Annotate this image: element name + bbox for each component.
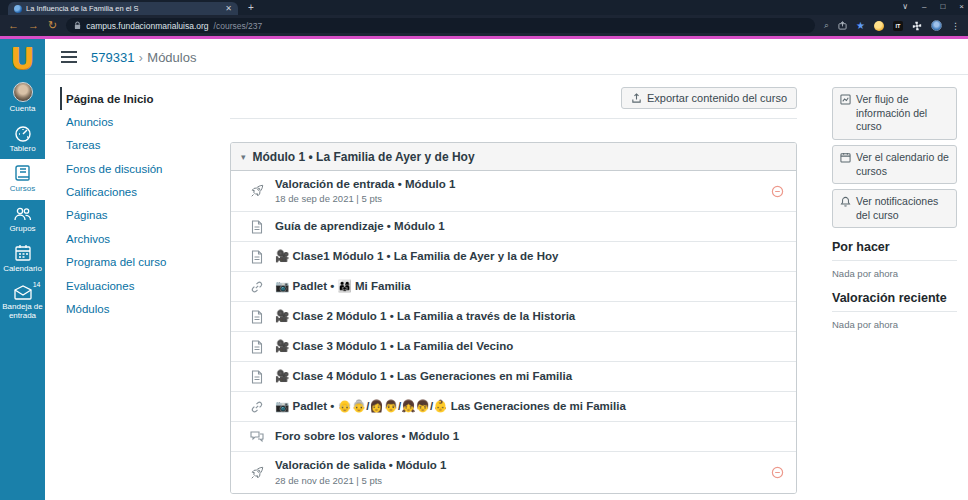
course-nav-discussions[interactable]: Foros de discusión <box>60 157 180 180</box>
address-bar: ← → ↻ campus.fundacionmarialuisa.org/cou… <box>0 15 968 36</box>
sidebar-item-groups[interactable]: Grupos <box>0 200 45 239</box>
sidebar-item-label: Grupos <box>9 224 35 233</box>
page-document-icon <box>249 220 265 234</box>
module-item-title[interactable]: 📷 Padlet • 👨‍👩‍👧 Mi Familia <box>275 280 784 294</box>
close-icon[interactable]: × <box>959 2 964 11</box>
url-input[interactable]: campus.fundacionmarialuisa.org/courses/2… <box>66 18 815 33</box>
course-menu-hamburger-icon[interactable] <box>61 51 77 63</box>
course-nav-grades[interactable]: Calificaciones <box>60 181 180 204</box>
global-nav: U Cuenta Tablero Cursos Grupos <box>0 39 45 500</box>
restricted-icon[interactable] <box>771 185 784 198</box>
button-label: Ver notificaciones del curso <box>856 195 949 222</box>
module-item-title[interactable]: Valoración de entrada • Módulo 1 <box>275 178 761 192</box>
course-nav-syllabus[interactable]: Programa del curso <box>60 251 180 274</box>
sidebar-item-calendar[interactable]: Calendario <box>0 239 45 279</box>
sidebar-item-dashboard[interactable]: Tablero <box>0 119 45 159</box>
view-course-notifications-button[interactable]: Ver notificaciones del curso <box>832 189 957 228</box>
extension-it-icon[interactable]: IT <box>893 21 903 31</box>
sidebar-item-label: Calendario <box>3 264 42 273</box>
extensions-puzzle-icon[interactable] <box>912 21 922 31</box>
module-item-title[interactable]: Valoración de salida • Módulo 1 <box>275 459 761 473</box>
view-course-calendar-button[interactable]: Ver el calendario de cursos <box>832 145 957 184</box>
minimize-icon[interactable]: – <box>922 2 926 11</box>
profile-avatar-icon[interactable] <box>931 20 942 31</box>
calendar-icon <box>840 152 851 163</box>
module-item: Foro sobre los valores • Módulo 1 <box>231 422 796 452</box>
module-header[interactable]: ▾ Módulo 1 • La Familia de Ayer y de Hoy <box>231 143 796 171</box>
course-nav-files[interactable]: Archivos <box>60 227 180 250</box>
new-tab-button[interactable]: + <box>248 2 254 13</box>
user-avatar <box>13 82 33 102</box>
export-course-content-button[interactable]: Exportar contenido del curso <box>621 87 797 109</box>
view-course-stream-button[interactable]: Ver flujo de información del curso <box>832 87 957 140</box>
discussion-icon <box>249 430 265 443</box>
recent-feedback-heading: Valoración reciente <box>832 291 957 312</box>
calendar-icon <box>14 244 32 262</box>
forward-icon[interactable]: → <box>28 20 39 31</box>
dashboard-icon <box>13 124 33 142</box>
course-nav-assignments[interactable]: Tareas <box>60 134 180 157</box>
collapse-caret-icon[interactable]: ▾ <box>241 152 246 162</box>
course-nav-quizzes[interactable]: Evaluaciones <box>60 274 180 297</box>
button-label: Ver flujo de información del curso <box>856 93 949 134</box>
module-item-title[interactable]: 📷 Padlet • 👴👵/👩👨/👧👦/👶 Las Generaciones d… <box>275 400 784 414</box>
modules-main: Exportar contenido del curso ▾ Módulo 1 … <box>230 87 797 494</box>
export-icon <box>631 93 642 104</box>
bell-icon <box>840 196 851 207</box>
module-item-title[interactable]: Foro sobre los valores • Módulo 1 <box>275 430 784 444</box>
breadcrumb: 579331 › Módulos <box>91 48 196 66</box>
screen: La Influencia de la Familia en el S ✕ + … <box>0 0 968 500</box>
browser-chrome: La Influencia de la Familia en el S ✕ + … <box>0 0 968 39</box>
inbox-unread-badge: 14 <box>33 281 41 288</box>
module-item: 📷 Padlet • 👴👵/👩👨/👧👦/👶 Las Generaciones d… <box>231 392 796 422</box>
external-link-icon <box>249 400 265 414</box>
sidebar-item-account[interactable]: Cuenta <box>0 77 45 119</box>
back-icon[interactable]: ← <box>8 20 19 31</box>
breadcrumb-current: Módulos <box>147 50 196 65</box>
extension-circle-icon[interactable] <box>874 21 884 31</box>
restricted-icon[interactable] <box>771 466 784 479</box>
module-item-title[interactable]: 🎥 Clase 3 Módulo 1 • La Familia del Veci… <box>275 340 784 354</box>
module-item-title[interactable]: 🎥 Clase1 Módulo 1 • La Familia de Ayer y… <box>275 250 784 264</box>
zoom-icon[interactable]: ⌕ <box>824 21 829 30</box>
reload-icon[interactable]: ↻ <box>48 20 57 31</box>
todo-empty-text: Nada por ahora <box>832 268 957 279</box>
browser-tab[interactable]: La Influencia de la Familia en el S ✕ <box>8 2 238 15</box>
stream-chart-icon <box>840 94 851 105</box>
course-nav-pages[interactable]: Páginas <box>60 204 180 227</box>
browser-menu-icon[interactable]: ∨ <box>902 2 908 11</box>
module-item-meta: 28 de nov de 2021 | 5 pts <box>275 475 761 486</box>
module-item-title[interactable]: 🎥 Clase 4 Módulo 1 • Las Generaciones en… <box>275 370 784 384</box>
course-nav-modules[interactable]: Módulos <box>60 297 180 320</box>
sidebar-item-label: Bandeja de entrada <box>1 302 44 320</box>
export-button-label: Exportar contenido del curso <box>647 92 787 104</box>
browser-more-icon[interactable]: ⋮ <box>951 21 960 31</box>
quiz-rocket-icon <box>249 184 265 198</box>
page-content: 579331 › Módulos Página de Inicio Anunci… <box>45 39 968 500</box>
url-path: /courses/237 <box>214 21 263 31</box>
module-item: 🎥 Clase1 Módulo 1 • La Familia de Ayer y… <box>231 242 796 272</box>
module-item: 🎥 Clase 3 Módulo 1 • La Familia del Veci… <box>231 332 796 362</box>
module-title: Módulo 1 • La Familia de Ayer y de Hoy <box>253 150 475 164</box>
tab-strip: La Influencia de la Familia en el S ✕ + … <box>0 0 968 15</box>
module-box: ▾ Módulo 1 • La Familia de Ayer y de Hoy… <box>230 142 797 494</box>
breadcrumb-course-link[interactable]: 579331 <box>91 50 134 65</box>
page-document-icon <box>249 250 265 264</box>
course-nav-announcements[interactable]: Anuncios <box>60 110 180 133</box>
url-host: campus.fundacionmarialuisa.org <box>86 21 208 31</box>
sidebar-item-inbox[interactable]: 14 Bandeja de entrada <box>0 279 45 326</box>
share-icon[interactable] <box>838 21 847 30</box>
sidebar-item-courses[interactable]: Cursos <box>0 159 45 199</box>
sidebar-item-label: Cursos <box>10 184 35 193</box>
tab-close-icon[interactable]: ✕ <box>225 4 232 13</box>
maximize-icon[interactable]: □ <box>940 2 945 11</box>
tab-title: La Influencia de la Familia en el S <box>26 4 221 13</box>
courses-book-icon <box>14 164 32 182</box>
external-link-icon <box>249 280 265 294</box>
bookmark-star-icon[interactable]: ★ <box>856 20 865 31</box>
module-item-title[interactable]: Guía de aprendizaje • Módulo 1 <box>275 220 784 234</box>
module-item-title[interactable]: 🎥 Clase 2 Módulo 1 • La Familia a través… <box>275 310 784 324</box>
recent-feedback-empty-text: Nada por ahora <box>832 319 957 330</box>
school-logo[interactable]: U <box>0 39 45 77</box>
course-nav-home[interactable]: Página de Inicio <box>60 87 180 110</box>
